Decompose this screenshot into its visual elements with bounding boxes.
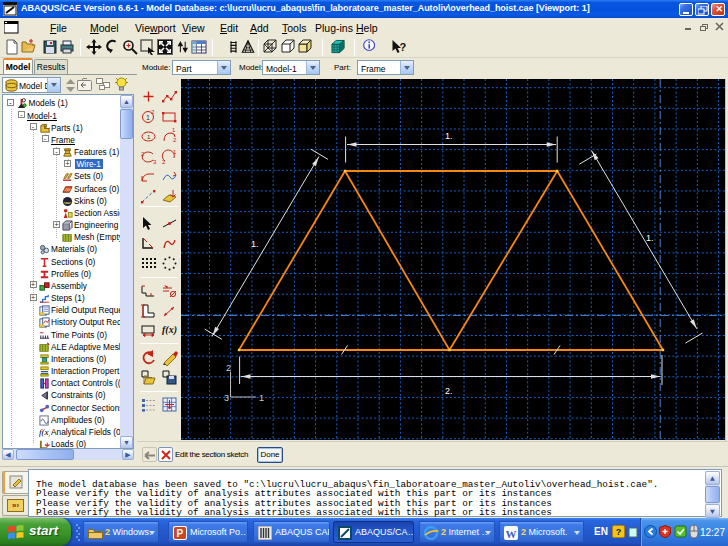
svg-text:2: 2 [162,159,166,165]
svg-text:1: 1 [147,134,151,140]
svg-text:3: 3 [153,159,157,165]
svg-text:2: 2 [173,137,177,143]
svg-text:W: W [506,528,517,540]
svg-text:1.: 1. [646,233,654,243]
svg-text:?: ? [400,41,407,53]
svg-text:1.: 1. [251,239,259,249]
svg-text:2: 2 [151,109,155,115]
svg-text:1: 1 [173,149,177,155]
svg-text:1: 1 [172,128,176,133]
svg-text:P: P [177,528,184,539]
svg-text:f(x): f(x) [39,427,50,437]
svg-text:2.: 2. [445,386,453,396]
svg-text:1: 1 [146,114,150,121]
svg-text:3: 3 [224,393,229,403]
svg-text:1.: 1. [445,131,453,141]
svg-text:2: 2 [226,363,231,373]
svg-text:f(x): f(x) [162,324,177,336]
svg-text:2: 2 [141,151,145,157]
svg-text:1: 1 [259,393,264,403]
